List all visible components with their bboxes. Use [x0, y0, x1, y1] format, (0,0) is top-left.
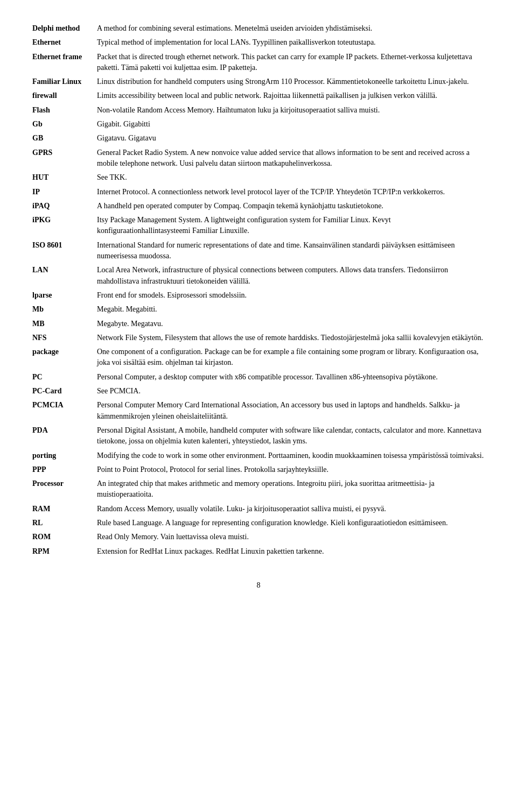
glossary-term: Familiar Linux	[32, 75, 97, 89]
glossary-definition: Local Area Network, infrastructure of ph…	[97, 263, 485, 288]
glossary-entry: Ethernet framePacket that is directed tr…	[32, 50, 485, 75]
glossary-term: RL	[32, 516, 97, 530]
glossary-definition: Megabyte. Megatavu.	[97, 317, 485, 331]
glossary-term: ISO 8601	[32, 238, 97, 264]
glossary-definition: A handheld pen operated computer by Comp…	[97, 199, 485, 213]
glossary-definition: Internet Protocol. A connectionless netw…	[97, 185, 485, 199]
glossary-term: GB	[32, 131, 97, 145]
glossary-definition: A method for combining several estimatio…	[97, 22, 485, 36]
glossary-entry: MbMegabit. Megabitti.	[32, 302, 485, 316]
glossary-term: RPM	[32, 545, 97, 559]
glossary-entry: MBMegabyte. Megatavu.	[32, 317, 485, 331]
glossary-definition: Modifying the code to work in some other…	[97, 449, 485, 463]
glossary-term: lparse	[32, 288, 97, 302]
glossary-term: iPAQ	[32, 199, 97, 213]
glossary-term: Ethernet frame	[32, 50, 97, 75]
glossary-definition: Extension for RedHat Linux packages. Red…	[97, 545, 485, 559]
glossary-term: NFS	[32, 331, 97, 345]
glossary-entry: GPRSGeneral Packet Radio System. A new n…	[32, 146, 485, 171]
glossary-definition: Gigatavu. Gigatavu	[97, 131, 485, 145]
glossary-entry: Familiar LinuxLinux distribution for han…	[32, 75, 485, 89]
glossary-definition: Linux distribution for handheld computer…	[97, 75, 485, 89]
glossary-term: firewall	[32, 89, 97, 103]
glossary-entry: portingModifying the code to work in som…	[32, 449, 485, 463]
glossary-entry: GBGigatavu. Gigatavu	[32, 131, 485, 145]
glossary-term: PC	[32, 370, 97, 384]
glossary-entry: RAMRandom Access Memory, usually volatil…	[32, 502, 485, 516]
glossary-entry: PC-CardSee PCMCIA.	[32, 384, 485, 398]
glossary-entry: lparseFront end for smodels. Esiprosesso…	[32, 288, 485, 302]
glossary-definition: Personal Digital Assistant, A mobile, ha…	[97, 423, 485, 449]
glossary-definition: See TKK.	[97, 171, 485, 185]
glossary-definition: An integrated chip that makes arithmetic…	[97, 477, 485, 502]
glossary-entry: iPKGItsy Package Management System. A li…	[32, 213, 485, 238]
glossary-term: PDA	[32, 423, 97, 449]
glossary-definition: Rule based Language. A language for repr…	[97, 516, 485, 530]
glossary-definition: Point to Point Protocol, Protocol for se…	[97, 463, 485, 477]
glossary-definition: Gigabit. Gigabitti	[97, 117, 485, 131]
glossary-entry: GbGigabit. Gigabitti	[32, 117, 485, 131]
glossary-term: Flash	[32, 103, 97, 117]
glossary-entry: packageOne component of a configuration.…	[32, 345, 485, 370]
glossary-entry: ISO 8601International Standard for numer…	[32, 238, 485, 264]
glossary-entry: ProcessorAn integrated chip that makes a…	[32, 477, 485, 502]
glossary-entry: NFSNetwork File System, Filesystem that …	[32, 331, 485, 345]
glossary-entry: RPMExtension for RedHat Linux packages. …	[32, 545, 485, 559]
glossary-term: HUT	[32, 171, 97, 185]
glossary-term: Mb	[32, 302, 97, 316]
glossary-entry: Delphi methodA method for combining seve…	[32, 22, 485, 36]
page-number: 8	[32, 580, 485, 591]
glossary-entry: PCMCIAPersonal Computer Memory Card Inte…	[32, 398, 485, 423]
glossary-entry: iPAQA handheld pen operated computer by …	[32, 199, 485, 213]
glossary-definition: Read Only Memory. Vain luettavissa oleva…	[97, 530, 485, 544]
glossary-entry: EthernetTypical method of implementation…	[32, 36, 485, 50]
glossary-entry: IPInternet Protocol. A connectionless ne…	[32, 185, 485, 199]
glossary-definition: Non-volatile Random Access Memory. Haiht…	[97, 103, 485, 117]
glossary-term: ROM	[32, 530, 97, 544]
glossary-definition: Packet that is directed trough ethernet …	[97, 50, 485, 75]
glossary-term: GPRS	[32, 146, 97, 171]
glossary-term: package	[32, 345, 97, 370]
glossary-term: PCMCIA	[32, 398, 97, 423]
glossary-entry: LANLocal Area Network, infrastructure of…	[32, 263, 485, 288]
glossary-term: Delphi method	[32, 22, 97, 36]
glossary-definition: International Standard for numeric repre…	[97, 238, 485, 264]
glossary-entry: firewallLimits accessibility between loc…	[32, 89, 485, 103]
glossary-entry: PDAPersonal Digital Assistant, A mobile,…	[32, 423, 485, 449]
glossary-term: MB	[32, 317, 97, 331]
glossary-term: porting	[32, 449, 97, 463]
glossary-term: IP	[32, 185, 97, 199]
glossary-definition: Personal Computer, a desktop computer wi…	[97, 370, 485, 384]
glossary-definition: Megabit. Megabitti.	[97, 302, 485, 316]
glossary-entry: ROMRead Only Memory. Vain luettavissa ol…	[32, 530, 485, 544]
glossary-definition: Network File System, Filesystem that all…	[97, 331, 485, 345]
glossary-term: PC-Card	[32, 384, 97, 398]
glossary-entry: PCPersonal Computer, a desktop computer …	[32, 370, 485, 384]
glossary-entry: FlashNon-volatile Random Access Memory. …	[32, 103, 485, 117]
glossary-entry: PPPPoint to Point Protocol, Protocol for…	[32, 463, 485, 477]
glossary-definition: Random Access Memory, usually volatile. …	[97, 502, 485, 516]
glossary-definition: See PCMCIA.	[97, 384, 485, 398]
glossary-table: Delphi methodA method for combining seve…	[32, 22, 485, 559]
glossary-term: iPKG	[32, 213, 97, 238]
glossary-term: PPP	[32, 463, 97, 477]
glossary-definition: One component of a configuration. Packag…	[97, 345, 485, 370]
glossary-definition: Personal Computer Memory Card Internatio…	[97, 398, 485, 423]
glossary-entry: HUTSee TKK.	[32, 171, 485, 185]
glossary-definition: Typical method of implementation for loc…	[97, 36, 485, 50]
glossary-definition: General Packet Radio System. A new nonvo…	[97, 146, 485, 171]
glossary-definition: Limits accessibility between local and p…	[97, 89, 485, 103]
glossary-definition: Itsy Package Management System. A lightw…	[97, 213, 485, 238]
glossary-term: Processor	[32, 477, 97, 502]
glossary-term: Ethernet	[32, 36, 97, 50]
glossary-entry: RLRule based Language. A language for re…	[32, 516, 485, 530]
glossary-definition: Front end for smodels. Esiprosessori smo…	[97, 288, 485, 302]
glossary-term: Gb	[32, 117, 97, 131]
glossary-term: LAN	[32, 263, 97, 288]
glossary-term: RAM	[32, 502, 97, 516]
